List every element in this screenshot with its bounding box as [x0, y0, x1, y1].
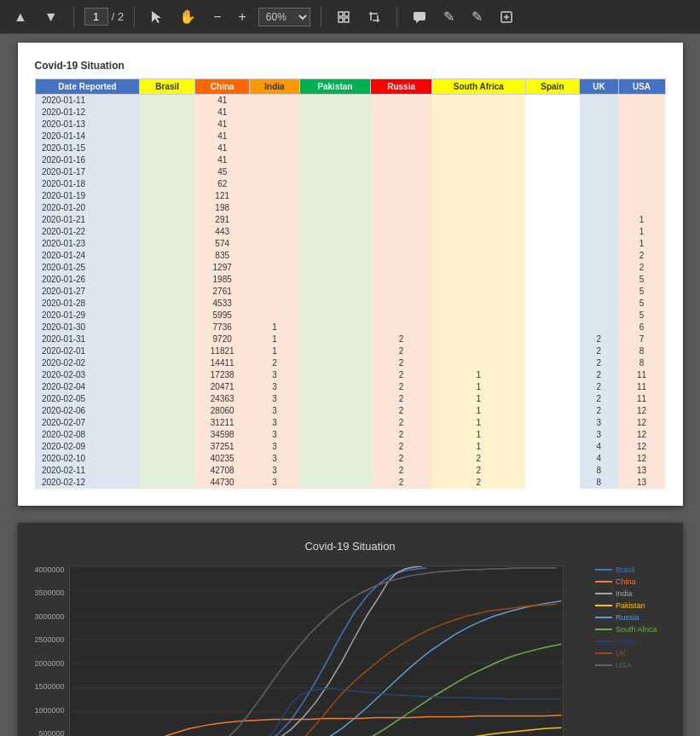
- table-cell: [431, 214, 525, 226]
- comment-button[interactable]: [408, 8, 431, 26]
- divider-1: [73, 7, 74, 27]
- table-cell: [140, 298, 195, 310]
- table-row: 2020-01-2845335: [35, 298, 665, 310]
- table-cell: [431, 322, 525, 333]
- table-cell: [431, 142, 525, 154]
- table-cell: [371, 226, 432, 238]
- y-label: 3000000: [14, 612, 65, 621]
- table-cell: [431, 202, 525, 214]
- table-row: 2020-02-0731211321312: [35, 417, 665, 429]
- table-cell: 3: [250, 429, 299, 441]
- legend-color-china: [595, 581, 612, 582]
- table-cell: [250, 154, 299, 166]
- table-cell: 2020-01-14: [35, 130, 140, 142]
- table-cell: 12: [618, 429, 665, 441]
- table-cell: [250, 286, 299, 298]
- legend-label-usa: USA: [616, 661, 632, 669]
- scroll-up-button[interactable]: ▲: [9, 6, 32, 28]
- table-row: 2020-01-1441: [35, 130, 665, 142]
- table-cell: [299, 345, 371, 357]
- table-cell: 24363: [194, 393, 249, 405]
- table-row: 2020-01-1141: [35, 95, 665, 107]
- header-brasil: Brasil: [140, 79, 195, 95]
- table-row: 2020-02-0317238321211: [35, 369, 665, 381]
- table-cell: 2: [580, 393, 618, 405]
- fit-button[interactable]: [332, 7, 356, 27]
- y-label: 2500000: [14, 635, 65, 644]
- y-label: 2000000: [14, 659, 65, 668]
- legend-label-southafrica: South Africa: [616, 625, 657, 634]
- table-cell: [250, 130, 299, 142]
- table-cell: [371, 107, 432, 119]
- table-cell: [431, 190, 525, 202]
- crop-button[interactable]: [362, 7, 386, 27]
- table-cell: [525, 345, 580, 357]
- table-cell: [580, 226, 618, 238]
- zoom-in-button[interactable]: +: [234, 6, 252, 28]
- table-cell: [140, 381, 195, 393]
- table-cell: [140, 107, 195, 119]
- table-cell: [431, 298, 525, 310]
- table-row: 2020-02-0937251321412: [35, 441, 665, 453]
- page-input[interactable]: 1: [84, 8, 108, 26]
- table-cell: [525, 369, 580, 381]
- cursor-tool-button[interactable]: [145, 7, 167, 27]
- table-cell: [250, 119, 299, 130]
- table-cell: 41: [194, 130, 249, 142]
- table-cell: 11: [618, 369, 665, 381]
- table-cell: 1: [618, 238, 665, 250]
- header-usa: USA: [618, 79, 665, 95]
- table-row: 2020-02-1142708322813: [35, 465, 665, 477]
- table-cell: [525, 286, 580, 298]
- table-row: 2020-01-224431: [35, 226, 665, 238]
- zoom-select[interactable]: 60% 50% 75% 100%: [258, 8, 310, 26]
- table-cell: [371, 166, 432, 178]
- table-cell: [371, 238, 432, 250]
- table-cell: 12: [618, 441, 665, 453]
- table-cell: 2020-01-31: [35, 333, 140, 345]
- toolbar: ▲ ▼ 1 / 2 ✋ − + 60% 50% 75% 100% ✎ ✎: [0, 0, 700, 34]
- table-cell: [580, 178, 618, 190]
- table-cell: 45: [194, 166, 249, 178]
- legend-item-usa: USA: [595, 661, 657, 669]
- table-cell: 2020-01-16: [35, 154, 140, 166]
- divider-3: [321, 7, 321, 27]
- table-cell: [431, 286, 525, 298]
- export-button[interactable]: [495, 7, 518, 27]
- table-cell: [140, 453, 195, 465]
- table-cell: [140, 95, 195, 107]
- table-cell: [140, 238, 195, 250]
- table-cell: [525, 107, 580, 119]
- table-cell: [299, 154, 371, 166]
- table-cell: [250, 226, 299, 238]
- highlight-button[interactable]: ✎: [466, 5, 488, 28]
- table-cell: [580, 250, 618, 262]
- pen-button[interactable]: ✎: [438, 5, 460, 28]
- table-row: 2020-02-0524363321211: [35, 393, 665, 405]
- table-row: 2020-01-248352: [35, 250, 665, 262]
- svg-marker-10: [416, 20, 419, 23]
- zoom-out-button[interactable]: −: [208, 6, 226, 28]
- chart-legend: Brasil China India Pakistan Russia: [595, 565, 657, 673]
- table-cell: [431, 357, 525, 369]
- table-cell: 835: [194, 250, 249, 262]
- legend-label-uk: UK: [616, 649, 627, 658]
- table-cell: 4533: [194, 298, 249, 310]
- table-cell: [580, 310, 618, 322]
- table-cell: [250, 238, 299, 250]
- table-cell: 7736: [194, 322, 249, 333]
- hand-tool-button[interactable]: ✋: [174, 5, 201, 28]
- table-row: 2020-02-0628060321212: [35, 405, 665, 417]
- scroll-down-button[interactable]: ▼: [39, 6, 63, 28]
- table-cell: 2020-01-26: [35, 274, 140, 286]
- table-cell: [299, 166, 371, 178]
- table-cell: 3: [250, 441, 299, 453]
- table-cell: [299, 453, 371, 465]
- document-page-1: Covid-19 Situation Date Reported Brasil …: [18, 43, 683, 506]
- table-cell: [525, 393, 580, 405]
- table-cell: [140, 262, 195, 274]
- table-cell: 2020-01-11: [35, 95, 140, 107]
- table-cell: [525, 214, 580, 226]
- table-cell: [525, 298, 580, 310]
- table-cell: [140, 166, 195, 178]
